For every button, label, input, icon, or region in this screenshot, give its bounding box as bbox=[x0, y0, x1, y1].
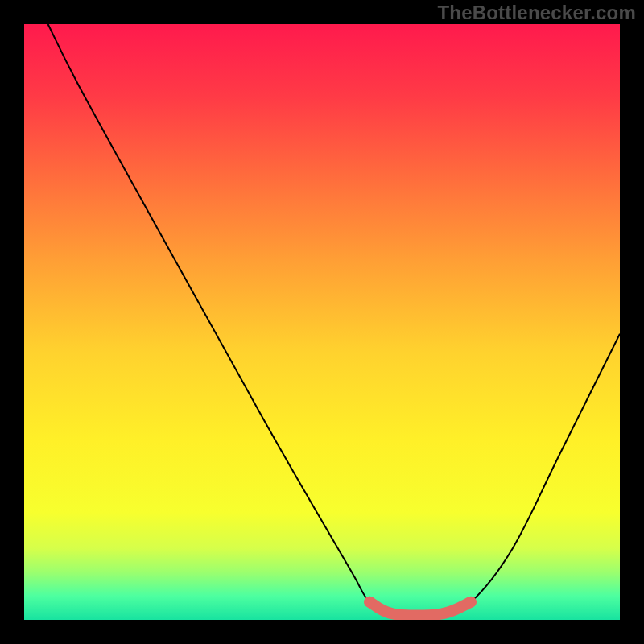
plot-area bbox=[24, 24, 620, 620]
highlight-start-dot bbox=[364, 597, 375, 608]
chart-frame: TheBottlenecker.com bbox=[0, 0, 644, 644]
chart-svg bbox=[24, 24, 620, 620]
bottleneck-curve bbox=[48, 24, 620, 616]
highlight-segment bbox=[369, 602, 471, 616]
watermark-text: TheBottlenecker.com bbox=[437, 2, 636, 24]
